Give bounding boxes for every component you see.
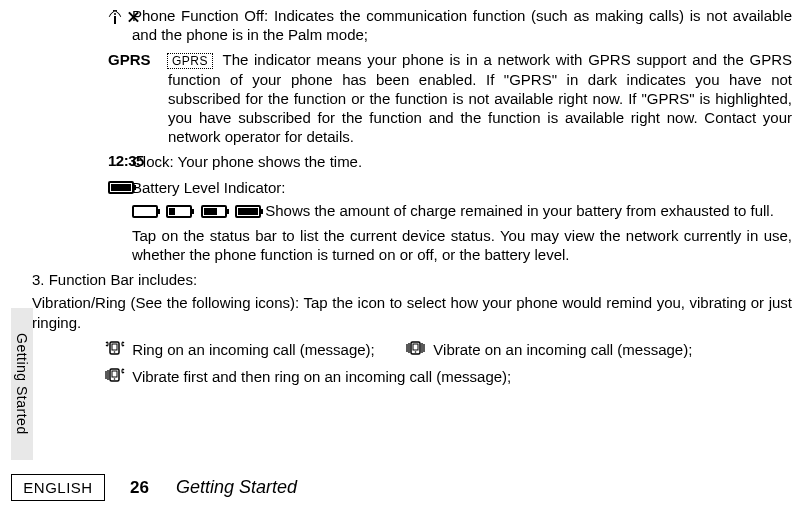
antenna-x-icon [110, 10, 142, 24]
footer-title: Getting Started [176, 477, 297, 498]
ring-line-1: Ring on an incoming call (message); Vibr… [32, 338, 792, 363]
page-content: Phone Function Off: Indicates the commun… [32, 6, 792, 457]
battery-tap-text: Tap on the status bar to list the curren… [32, 226, 792, 264]
entry-battery: Battery Level Indicator: [32, 178, 792, 197]
battery-full-icon-2 [235, 205, 261, 218]
svg-point-8 [114, 378, 116, 380]
footer: ENGLISH 26 Getting Started [0, 465, 808, 501]
entry-phone-off: Phone Function Off: Indicates the commun… [32, 6, 792, 44]
ring-line-2: Vibrate first and then ring on an incomi… [32, 365, 792, 390]
footer-language: ENGLISH [11, 474, 105, 501]
svg-rect-4 [413, 344, 418, 350]
gprs-text: GPRS The indicator means your phone is i… [168, 50, 792, 146]
battery-full-icon [108, 181, 134, 194]
ring-icon [104, 339, 126, 363]
vibrate-ring-icon [104, 366, 126, 390]
entry-gprs: GPRS GPRS The indicator means your phone… [32, 50, 792, 146]
side-tab: Getting Started [11, 308, 33, 460]
svg-point-5 [415, 351, 417, 353]
vibrate-ring-text: Vibrate first and then ring on an incomi… [132, 368, 511, 385]
phone-off-text: Phone Function Off: Indicates the commun… [132, 6, 792, 44]
battery-low-icon [166, 205, 192, 218]
battery-desc: Shows the amount of charge remained in y… [265, 202, 774, 219]
section3-heading: 3. Function Bar includes: [32, 270, 792, 289]
battery-levels-line: Shows the amount of charge remained in y… [32, 201, 792, 220]
battery-mid-icon [201, 205, 227, 218]
vibration-intro: Vibration/Ring (See the following icons)… [32, 293, 792, 331]
ring-text: Ring on an incoming call (message); [132, 341, 375, 358]
gprs-dotted-icon: GPRS [167, 53, 213, 69]
clock-text: Clock: Your phone shows the time. [132, 152, 792, 171]
vibrate-icon [405, 339, 427, 363]
vibrate-text: Vibrate on an incoming call (message); [433, 341, 692, 358]
gprs-desc: The indicator means your phone is in a n… [168, 51, 792, 145]
battery-label: Battery Level Indicator: [132, 178, 792, 197]
footer-page-number: 26 [130, 478, 149, 498]
battery-empty-icon [132, 205, 158, 218]
svg-point-2 [114, 351, 116, 353]
entry-clock: 12:35 Clock: Your phone shows the time. [32, 152, 792, 171]
svg-rect-7 [112, 371, 117, 377]
gprs-label: GPRS [32, 50, 168, 146]
svg-rect-1 [112, 344, 117, 350]
